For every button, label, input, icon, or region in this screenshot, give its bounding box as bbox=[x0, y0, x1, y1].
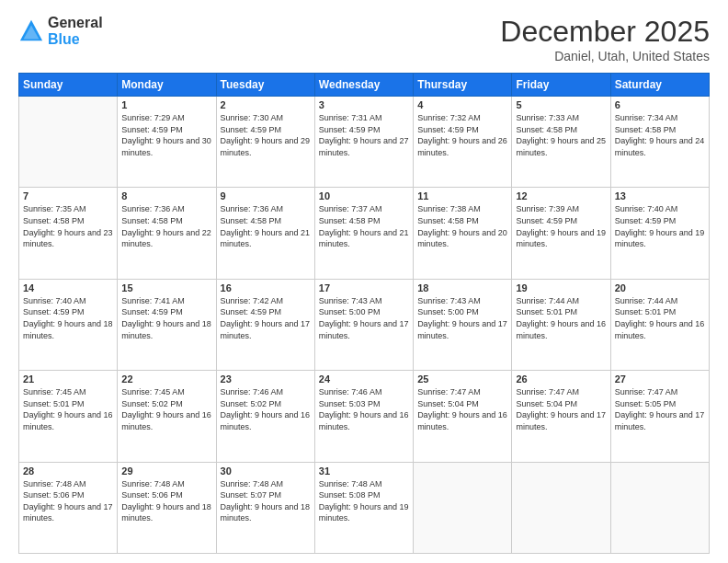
day-number: 3 bbox=[319, 99, 409, 110]
day-number: 23 bbox=[221, 373, 311, 385]
day-number: 2 bbox=[221, 99, 311, 110]
table-row: 22Sunrise: 7:45 AMSunset: 5:02 PMDayligh… bbox=[118, 371, 216, 462]
day-detail: Sunrise: 7:45 AMSunset: 5:01 PMDaylight:… bbox=[23, 386, 113, 432]
page: General Blue December 2025 Daniel, Utah,… bbox=[0, 0, 728, 563]
day-detail: Sunrise: 7:47 AMSunset: 5:04 PMDaylight:… bbox=[516, 386, 606, 432]
calendar-header-row: Sunday Monday Tuesday Wednesday Thursday… bbox=[19, 74, 710, 97]
day-detail: Sunrise: 7:48 AMSunset: 5:06 PMDaylight:… bbox=[23, 478, 113, 524]
day-number: 15 bbox=[121, 282, 211, 293]
table-row: 8Sunrise: 7:36 AMSunset: 4:58 PMDaylight… bbox=[118, 188, 216, 279]
day-detail: Sunrise: 7:37 AMSunset: 4:58 PMDaylight:… bbox=[319, 203, 409, 249]
day-detail: Sunrise: 7:48 AMSunset: 5:06 PMDaylight:… bbox=[121, 478, 211, 524]
day-number: 31 bbox=[319, 465, 409, 477]
table-row bbox=[512, 462, 610, 553]
logo-general: General bbox=[48, 15, 103, 31]
day-detail: Sunrise: 7:32 AMSunset: 4:59 PMDaylight:… bbox=[417, 112, 507, 158]
day-detail: Sunrise: 7:34 AMSunset: 4:58 PMDaylight:… bbox=[615, 112, 705, 158]
day-detail: Sunrise: 7:40 AMSunset: 4:59 PMDaylight:… bbox=[23, 295, 113, 341]
table-row: 31Sunrise: 7:48 AMSunset: 5:08 PMDayligh… bbox=[314, 462, 413, 553]
day-number: 18 bbox=[417, 282, 507, 293]
day-detail: Sunrise: 7:41 AMSunset: 4:59 PMDaylight:… bbox=[121, 295, 211, 341]
day-number: 30 bbox=[221, 465, 311, 477]
month-title: December 2025 bbox=[500, 15, 710, 49]
day-detail: Sunrise: 7:40 AMSunset: 4:59 PMDaylight:… bbox=[615, 203, 705, 249]
day-detail: Sunrise: 7:36 AMSunset: 4:58 PMDaylight:… bbox=[121, 203, 211, 249]
table-row: 13Sunrise: 7:40 AMSunset: 4:59 PMDayligh… bbox=[610, 188, 709, 279]
day-detail: Sunrise: 7:35 AMSunset: 4:58 PMDaylight:… bbox=[23, 203, 113, 249]
day-detail: Sunrise: 7:33 AMSunset: 4:58 PMDaylight:… bbox=[516, 112, 606, 158]
col-tuesday: Tuesday bbox=[216, 74, 314, 97]
table-row: 5Sunrise: 7:33 AMSunset: 4:58 PMDaylight… bbox=[512, 97, 610, 188]
location-title: Daniel, Utah, United States bbox=[500, 49, 710, 63]
day-number: 10 bbox=[319, 190, 409, 201]
day-number: 4 bbox=[417, 99, 507, 110]
day-number: 12 bbox=[516, 190, 606, 201]
calendar-week-row: 28Sunrise: 7:48 AMSunset: 5:06 PMDayligh… bbox=[19, 462, 710, 553]
day-number: 5 bbox=[516, 99, 606, 110]
day-detail: Sunrise: 7:38 AMSunset: 4:58 PMDaylight:… bbox=[417, 203, 507, 249]
day-number: 8 bbox=[121, 190, 211, 201]
day-number: 24 bbox=[319, 373, 409, 385]
table-row: 9Sunrise: 7:36 AMSunset: 4:58 PMDaylight… bbox=[216, 188, 314, 279]
day-detail: Sunrise: 7:30 AMSunset: 4:59 PMDaylight:… bbox=[221, 112, 311, 158]
day-number: 16 bbox=[221, 282, 311, 293]
day-detail: Sunrise: 7:47 AMSunset: 5:05 PMDaylight:… bbox=[615, 386, 705, 432]
table-row: 6Sunrise: 7:34 AMSunset: 4:58 PMDaylight… bbox=[610, 97, 709, 188]
day-detail: Sunrise: 7:31 AMSunset: 4:59 PMDaylight:… bbox=[319, 112, 409, 158]
table-row: 11Sunrise: 7:38 AMSunset: 4:58 PMDayligh… bbox=[414, 188, 512, 279]
col-thursday: Thursday bbox=[414, 74, 512, 97]
day-number: 9 bbox=[221, 190, 311, 201]
table-row: 25Sunrise: 7:47 AMSunset: 5:04 PMDayligh… bbox=[414, 371, 512, 462]
table-row: 30Sunrise: 7:48 AMSunset: 5:07 PMDayligh… bbox=[216, 462, 314, 553]
calendar-table: Sunday Monday Tuesday Wednesday Thursday… bbox=[18, 73, 710, 554]
logo-icon bbox=[18, 18, 44, 44]
logo-blue: Blue bbox=[48, 31, 103, 48]
day-number: 1 bbox=[121, 99, 211, 110]
day-detail: Sunrise: 7:39 AMSunset: 4:59 PMDaylight:… bbox=[516, 203, 606, 249]
table-row: 2Sunrise: 7:30 AMSunset: 4:59 PMDaylight… bbox=[216, 97, 314, 188]
table-row bbox=[610, 462, 709, 553]
table-row bbox=[414, 462, 512, 553]
day-detail: Sunrise: 7:43 AMSunset: 5:00 PMDaylight:… bbox=[319, 295, 409, 341]
table-row: 17Sunrise: 7:43 AMSunset: 5:00 PMDayligh… bbox=[314, 279, 413, 370]
day-number: 11 bbox=[417, 190, 507, 201]
table-row: 29Sunrise: 7:48 AMSunset: 5:06 PMDayligh… bbox=[118, 462, 216, 553]
calendar-week-row: 7Sunrise: 7:35 AMSunset: 4:58 PMDaylight… bbox=[19, 188, 710, 279]
table-row: 14Sunrise: 7:40 AMSunset: 4:59 PMDayligh… bbox=[19, 279, 118, 370]
table-row: 16Sunrise: 7:42 AMSunset: 4:59 PMDayligh… bbox=[216, 279, 314, 370]
col-friday: Friday bbox=[512, 74, 610, 97]
day-number: 13 bbox=[615, 190, 705, 201]
table-row: 28Sunrise: 7:48 AMSunset: 5:06 PMDayligh… bbox=[19, 462, 118, 553]
day-detail: Sunrise: 7:44 AMSunset: 5:01 PMDaylight:… bbox=[615, 295, 705, 341]
header: General Blue December 2025 Daniel, Utah,… bbox=[18, 15, 710, 63]
table-row: 12Sunrise: 7:39 AMSunset: 4:59 PMDayligh… bbox=[512, 188, 610, 279]
table-row: 21Sunrise: 7:45 AMSunset: 5:01 PMDayligh… bbox=[19, 371, 118, 462]
day-number: 29 bbox=[121, 465, 211, 477]
day-number: 14 bbox=[23, 282, 113, 293]
logo-text: General Blue bbox=[48, 15, 103, 47]
day-detail: Sunrise: 7:45 AMSunset: 5:02 PMDaylight:… bbox=[121, 386, 211, 432]
day-number: 21 bbox=[23, 373, 113, 385]
day-detail: Sunrise: 7:42 AMSunset: 4:59 PMDaylight:… bbox=[221, 295, 311, 341]
table-row: 15Sunrise: 7:41 AMSunset: 4:59 PMDayligh… bbox=[118, 279, 216, 370]
day-detail: Sunrise: 7:48 AMSunset: 5:08 PMDaylight:… bbox=[319, 478, 409, 524]
table-row: 19Sunrise: 7:44 AMSunset: 5:01 PMDayligh… bbox=[512, 279, 610, 370]
day-detail: Sunrise: 7:46 AMSunset: 5:03 PMDaylight:… bbox=[319, 386, 409, 432]
day-number: 28 bbox=[23, 465, 113, 477]
col-monday: Monday bbox=[118, 74, 216, 97]
calendar-week-row: 21Sunrise: 7:45 AMSunset: 5:01 PMDayligh… bbox=[19, 371, 710, 462]
table-row: 24Sunrise: 7:46 AMSunset: 5:03 PMDayligh… bbox=[314, 371, 413, 462]
day-number: 22 bbox=[121, 373, 211, 385]
day-number: 17 bbox=[319, 282, 409, 293]
table-row: 3Sunrise: 7:31 AMSunset: 4:59 PMDaylight… bbox=[314, 97, 413, 188]
day-number: 19 bbox=[516, 282, 606, 293]
table-row: 7Sunrise: 7:35 AMSunset: 4:58 PMDaylight… bbox=[19, 188, 118, 279]
day-number: 6 bbox=[615, 99, 705, 110]
col-wednesday: Wednesday bbox=[314, 74, 413, 97]
calendar-week-row: 1Sunrise: 7:29 AMSunset: 4:59 PMDaylight… bbox=[19, 97, 710, 188]
col-sunday: Sunday bbox=[19, 74, 118, 97]
table-row: 1Sunrise: 7:29 AMSunset: 4:59 PMDaylight… bbox=[118, 97, 216, 188]
table-row: 26Sunrise: 7:47 AMSunset: 5:04 PMDayligh… bbox=[512, 371, 610, 462]
day-detail: Sunrise: 7:48 AMSunset: 5:07 PMDaylight:… bbox=[221, 478, 311, 524]
day-detail: Sunrise: 7:46 AMSunset: 5:02 PMDaylight:… bbox=[221, 386, 311, 432]
